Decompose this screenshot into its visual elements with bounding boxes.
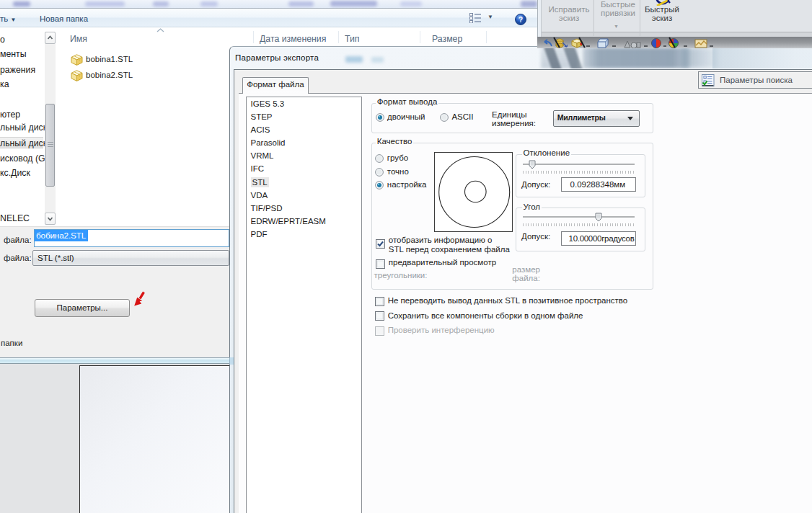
svg-text:?: ? [518, 16, 523, 24]
